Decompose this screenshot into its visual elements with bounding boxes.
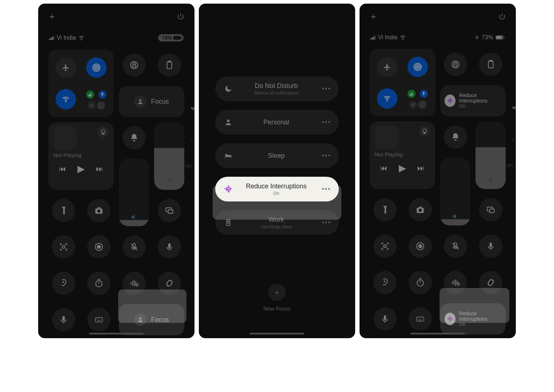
screen-record-button[interactable] bbox=[87, 235, 111, 259]
shazam-button[interactable] bbox=[158, 272, 181, 295]
shazam-button[interactable] bbox=[479, 271, 502, 294]
keyboard-access-button[interactable] bbox=[87, 308, 111, 331]
focus-modes-list: Do Not Disturb Silence all notifications… bbox=[199, 4, 355, 312]
sound-recognition-button[interactable] bbox=[123, 272, 146, 295]
now-playing-tile[interactable]: Not Playing ⏮ ▶ ⏭ bbox=[48, 122, 114, 190]
low-power-mode-toggle[interactable] bbox=[158, 53, 181, 77]
low-power-mode-toggle[interactable] bbox=[479, 53, 502, 76]
screen-mirroring-button[interactable] bbox=[479, 198, 502, 221]
home-indicator[interactable] bbox=[250, 333, 304, 335]
focus-row-title: Sleep bbox=[233, 152, 319, 160]
more-icon[interactable]: ••• bbox=[319, 119, 334, 126]
more-icon[interactable]: ••• bbox=[319, 219, 334, 227]
dictation-button[interactable] bbox=[52, 308, 75, 331]
focus-row-dnd[interactable]: Do Not Disturb Silence all notifications… bbox=[215, 76, 339, 101]
more-icon[interactable]: ••• bbox=[319, 185, 334, 193]
focus-tile-active[interactable]: Reduce Interruptions On bbox=[440, 85, 506, 116]
more-icon[interactable]: ••• bbox=[319, 85, 334, 93]
new-focus-button[interactable]: ＋ New Focus bbox=[263, 284, 290, 312]
rewind-icon[interactable]: ⏮ bbox=[380, 164, 388, 172]
connectivity-more[interactable]: ⊙ bbox=[407, 88, 429, 109]
svg-rect-59 bbox=[504, 36, 505, 39]
reduce-interruptions-icon bbox=[445, 313, 455, 325]
connectivity-group[interactable]: ⊙ bbox=[48, 49, 114, 117]
hearing-button[interactable] bbox=[52, 272, 75, 295]
volume-slider[interactable] bbox=[440, 158, 470, 225]
mic-mute-toggle[interactable] bbox=[444, 235, 467, 258]
silent-mode-toggle[interactable] bbox=[123, 126, 146, 149]
keyboard-access-button[interactable] bbox=[409, 307, 432, 331]
mic-mute-toggle[interactable] bbox=[123, 235, 146, 259]
focus-row-sleep[interactable]: Sleep ••• bbox=[215, 143, 339, 168]
status-bar: Vi India 73% bbox=[38, 24, 194, 41]
orientation-lock-toggle[interactable] bbox=[444, 53, 467, 76]
wifi-toggle[interactable] bbox=[377, 88, 397, 109]
silent-mode-toggle[interactable] bbox=[444, 125, 467, 149]
home-indicator[interactable] bbox=[410, 333, 465, 335]
voice-memo-button[interactable] bbox=[158, 235, 181, 259]
code-scanner-button[interactable] bbox=[373, 235, 397, 258]
bottom-focus-tile-active[interactable]: Reduce Interruptions On bbox=[440, 303, 506, 335]
screen-mirroring-button[interactable] bbox=[158, 199, 181, 222]
focus-row-title: Personal bbox=[233, 119, 319, 126]
brightness-slider[interactable]: ☀︎ bbox=[154, 122, 184, 190]
person-icon bbox=[223, 118, 233, 126]
bottom-focus-label: Focus bbox=[151, 316, 169, 324]
flashlight-toggle[interactable] bbox=[373, 198, 397, 221]
screen-record-button[interactable] bbox=[409, 235, 432, 258]
focus-row-title: Do Not Disturb bbox=[233, 82, 319, 90]
airdrop-toggle[interactable] bbox=[86, 57, 107, 78]
flashlight-toggle[interactable] bbox=[52, 199, 75, 222]
hearing-button[interactable] bbox=[373, 271, 397, 294]
camera-button[interactable] bbox=[87, 199, 111, 222]
focus-indicator-icon bbox=[474, 35, 479, 40]
power-icon[interactable] bbox=[176, 12, 185, 21]
vpn-icon bbox=[97, 101, 105, 109]
airplane-mode-toggle[interactable] bbox=[56, 57, 76, 78]
airplay-icon[interactable] bbox=[419, 126, 430, 137]
camera-button[interactable] bbox=[409, 198, 432, 221]
sound-recognition-button[interactable] bbox=[444, 271, 467, 294]
svg-point-85 bbox=[384, 281, 385, 282]
focus-tile[interactable]: Focus bbox=[119, 86, 184, 117]
add-control-icon[interactable] bbox=[369, 12, 378, 21]
focus-row-subtitle: Silence all notifications bbox=[233, 91, 319, 96]
airplay-icon[interactable] bbox=[98, 127, 109, 137]
home-indicator[interactable] bbox=[89, 333, 144, 335]
focus-label: Focus bbox=[151, 98, 169, 105]
svg-rect-65 bbox=[410, 94, 410, 96]
sun-icon: ☀︎ bbox=[154, 177, 184, 185]
wifi-toggle[interactable] bbox=[56, 89, 76, 109]
forward-icon[interactable]: ⏭ bbox=[417, 164, 425, 172]
more-icon[interactable]: ••• bbox=[319, 152, 334, 160]
focus-row-reduce-interruptions[interactable]: Reduce Interruptions On ••• bbox=[215, 177, 339, 201]
add-control-icon[interactable] bbox=[48, 12, 56, 21]
focus-sub: On bbox=[459, 103, 501, 109]
play-icon[interactable]: ▶ bbox=[77, 163, 85, 175]
now-playing-tile[interactable]: Not Playing ⏮ ▶ ⏭ bbox=[370, 121, 435, 189]
airdrop-toggle[interactable] bbox=[408, 57, 428, 77]
rewind-icon[interactable]: ⏮ bbox=[59, 165, 66, 173]
orientation-lock-toggle[interactable] bbox=[123, 53, 146, 77]
svg-rect-37 bbox=[62, 316, 65, 321]
dictation-button[interactable] bbox=[373, 307, 397, 331]
forward-icon[interactable]: ⏭ bbox=[96, 165, 103, 173]
focus-row-work[interactable]: Work Get things done ••• bbox=[215, 210, 339, 235]
focus-title: Reduce Interruptions bbox=[459, 311, 501, 321]
brightness-slider[interactable]: ☀︎ bbox=[475, 121, 506, 189]
bottom-focus-tile[interactable]: Focus bbox=[119, 304, 184, 335]
focus-row-personal[interactable]: Personal ••• bbox=[215, 110, 339, 135]
play-icon[interactable]: ▶ bbox=[399, 163, 406, 174]
code-scanner-button[interactable] bbox=[52, 235, 75, 259]
hotspot-icon: ⊙ bbox=[88, 101, 96, 109]
power-icon[interactable] bbox=[498, 12, 506, 21]
bluetooth-icon bbox=[99, 91, 107, 99]
volume-slider[interactable] bbox=[119, 159, 149, 226]
svg-point-43 bbox=[139, 317, 141, 320]
timer-button[interactable] bbox=[87, 272, 111, 295]
connectivity-more[interactable]: ⊙ bbox=[85, 88, 107, 110]
airplane-mode-toggle[interactable] bbox=[377, 57, 397, 77]
connectivity-group[interactable]: ⊙ bbox=[370, 49, 435, 116]
timer-button[interactable] bbox=[409, 271, 432, 294]
voice-memo-button[interactable] bbox=[479, 235, 502, 258]
